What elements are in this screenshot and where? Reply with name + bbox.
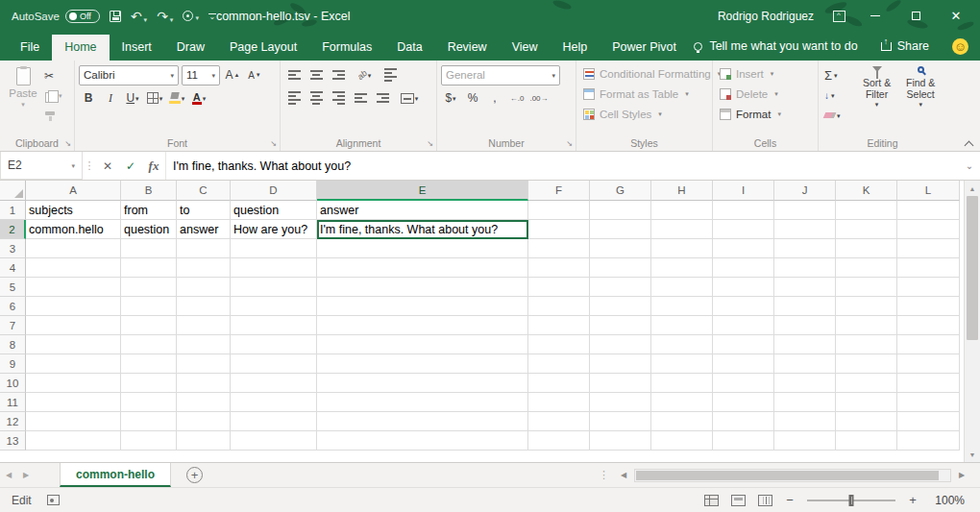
cell-K2[interactable] (836, 220, 897, 239)
undo-button[interactable]: ↶▾ (131, 10, 147, 23)
cell-I10[interactable] (713, 374, 774, 393)
cell-D11[interactable] (231, 393, 317, 412)
cell-D1[interactable]: question (231, 201, 317, 220)
zoom-level[interactable]: 100% (930, 494, 965, 507)
new-sheet-button[interactable]: + (186, 467, 203, 483)
cell-L9[interactable] (897, 354, 960, 374)
orientation-button[interactable]: ab▾ (351, 65, 378, 85)
view-normal-icon[interactable] (704, 495, 719, 506)
cell-B3[interactable] (121, 239, 177, 258)
tab-home[interactable]: Home (52, 35, 109, 61)
comma-style-button[interactable]: , (485, 88, 504, 108)
user-name[interactable]: Rodrigo Rodriguez (718, 10, 814, 23)
row-header-5[interactable]: 5 (0, 278, 26, 297)
feedback-smiley-icon[interactable]: ☺ (952, 38, 968, 55)
column-header-I[interactable]: I (713, 181, 774, 201)
cell-A4[interactable] (26, 258, 121, 278)
bottom-align-button[interactable] (329, 65, 348, 85)
save-button[interactable] (110, 11, 121, 22)
cell-H2[interactable] (651, 220, 713, 239)
number-format-select[interactable]: General▾ (441, 65, 560, 85)
cell-H9[interactable] (651, 354, 713, 374)
zoom-slider[interactable] (807, 500, 895, 501)
cell-C4[interactable] (177, 258, 231, 278)
insert-cells-button[interactable]: Insert▾ (717, 63, 814, 84)
cell-A9[interactable] (26, 354, 121, 374)
decrease-indent-button[interactable] (351, 88, 370, 108)
cell-B4[interactable] (121, 258, 177, 278)
macro-record-icon[interactable] (47, 495, 60, 505)
cell-K5[interactable] (836, 278, 897, 297)
tab-insert[interactable]: Insert (110, 35, 164, 61)
cell-C8[interactable] (177, 335, 231, 354)
cell-I1[interactable] (713, 201, 774, 220)
cell-A5[interactable] (26, 278, 121, 297)
tab-formulas[interactable]: Formulas (309, 35, 384, 61)
vertical-scrollbar[interactable]: ▲ ▼ (964, 181, 980, 462)
autosum-button[interactable]: Σ▾ (822, 65, 855, 85)
cancel-icon[interactable]: ✕ (96, 152, 119, 180)
cell-L3[interactable] (897, 239, 960, 258)
cell-styles-button[interactable]: Cell Styles▾ (580, 104, 708, 124)
fill-color-button[interactable]: ▾ (167, 88, 186, 108)
cell-L12[interactable] (897, 412, 960, 431)
cell-D9[interactable] (231, 354, 317, 374)
cell-C5[interactable] (177, 278, 231, 297)
row-header-12[interactable]: 12 (0, 412, 26, 431)
row-header-2[interactable]: 2 (0, 220, 26, 239)
copy-button[interactable]: ▾ (42, 86, 65, 105)
vscroll-up-icon[interactable]: ▲ (965, 181, 980, 196)
row-header-8[interactable]: 8 (0, 335, 26, 354)
insert-function-icon[interactable]: fx (142, 152, 165, 180)
row-header-11[interactable]: 11 (0, 393, 26, 412)
column-header-F[interactable]: F (528, 181, 590, 201)
cell-D3[interactable] (231, 239, 317, 258)
cell-J3[interactable] (774, 239, 836, 258)
find-select-button[interactable]: Find & Select▾ (898, 63, 943, 134)
name-box[interactable]: E2▾ (0, 152, 83, 180)
cell-F2[interactable] (528, 220, 590, 239)
cell-K3[interactable] (836, 239, 897, 258)
autosave-control[interactable]: AutoSave Off (12, 10, 100, 23)
hscroll-thumb[interactable] (636, 471, 939, 480)
column-header-J[interactable]: J (774, 181, 836, 201)
cell-B2[interactable]: question (121, 220, 177, 239)
increase-font-size-button[interactable]: A▲ (223, 65, 242, 85)
cell-G1[interactable] (590, 201, 651, 220)
cell-B6[interactable] (121, 297, 177, 316)
cell-J11[interactable] (774, 393, 836, 412)
cell-E10[interactable] (317, 374, 528, 393)
cell-F8[interactable] (528, 335, 590, 354)
cell-I6[interactable] (713, 297, 774, 316)
maximize-button[interactable] (905, 7, 926, 26)
cell-H8[interactable] (651, 335, 713, 354)
cell-F13[interactable] (528, 431, 590, 451)
cell-L13[interactable] (897, 431, 960, 451)
cell-H4[interactable] (651, 258, 713, 278)
customize-quick-access-button[interactable]: ⌄ (208, 13, 216, 19)
zoom-slider-thumb[interactable] (849, 495, 854, 506)
align-left-button[interactable] (284, 88, 304, 108)
font-color-button[interactable]: A▾ (189, 88, 208, 108)
cell-I4[interactable] (713, 258, 774, 278)
cell-G8[interactable] (590, 335, 651, 354)
row-header-7[interactable]: 7 (0, 316, 26, 335)
cell-I3[interactable] (713, 239, 774, 258)
row-header-1[interactable]: 1 (0, 201, 26, 220)
cell-C3[interactable] (177, 239, 231, 258)
sort-filter-button[interactable]: Sort & Filter▾ (855, 63, 899, 134)
cell-C1[interactable]: to (177, 201, 231, 220)
cell-I9[interactable] (713, 354, 774, 374)
cell-D13[interactable] (231, 431, 317, 451)
cell-F6[interactable] (528, 297, 590, 316)
align-right-button[interactable] (329, 88, 348, 108)
font-name-select[interactable]: Calibri▾ (79, 65, 179, 85)
hscroll-left-icon[interactable]: ◀ (615, 463, 632, 487)
cell-J1[interactable] (774, 201, 836, 220)
cell-B9[interactable] (121, 354, 177, 374)
cell-H13[interactable] (651, 431, 713, 451)
tab-review[interactable]: Review (435, 35, 500, 61)
cell-H6[interactable] (651, 297, 713, 316)
cell-B13[interactable] (121, 431, 177, 451)
cell-F3[interactable] (528, 239, 590, 258)
